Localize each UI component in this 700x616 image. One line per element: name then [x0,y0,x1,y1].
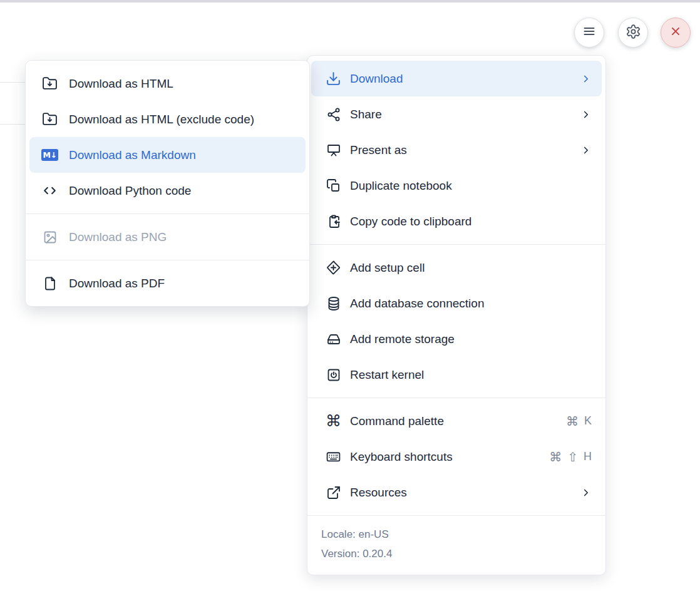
external-link-icon [325,484,342,501]
menu-item-download-as-html[interactable]: Download as HTML [29,66,306,101]
menu-divider [307,515,605,516]
image-icon [41,228,58,245]
menu-item-label: Command palette [350,414,444,428]
menu-item-label: Duplicate notebook [350,179,452,193]
menu-item-label: Download [350,72,403,86]
shortcut-hint: ⌘ K [566,414,592,429]
hamburger-menu-button[interactable] [574,18,604,48]
menu-item-add-setup-cell[interactable]: Add setup cell [311,250,602,285]
menu-item-label: Keyboard shortcuts [350,450,453,464]
settings-button[interactable] [618,18,648,48]
version-text: Version: 0.20.4 [321,548,592,560]
menu-item-download-python-code[interactable]: Download Python code [29,173,306,208]
menu-item-download[interactable]: Download [311,61,602,96]
background-cell-border [0,82,26,83]
hard-drive-icon [325,331,342,347]
menu-item-download-as-html-exclude-code[interactable]: Download as HTML (exclude code) [29,101,306,137]
folder-download-icon [41,111,58,128]
menu-item-add-remote-storage[interactable]: Add remote storage [311,321,602,357]
database-icon [325,295,342,312]
folder-download-icon [41,75,58,92]
keyboard-icon [325,448,342,465]
background-cell-border [0,124,26,125]
shortcut-hint: ⌘ ⇧ H [549,449,592,465]
command-icon: ⌘ [325,413,342,429]
menu-item-label: Add database connection [350,297,484,311]
markdown-badge-icon: M↓ [41,146,58,163]
menu-divider [26,260,309,260]
menu-item-label: Copy code to clipboard [350,215,471,228]
gear-icon [625,24,641,42]
menu-item-download-as-pdf[interactable]: Download as PDF [29,265,306,301]
copy-icon [325,177,342,194]
menu-item-command-palette[interactable]: ⌘ Command palette ⌘ K [311,403,602,439]
menu-item-label: Download as HTML [69,77,173,91]
menu-item-duplicate-notebook[interactable]: Duplicate notebook [311,168,602,203]
menu-divider [307,244,605,245]
locale-text: Locale: en-US [321,528,592,541]
menu-item-label: Resources [350,486,407,500]
menu-item-label: Download as PDF [69,277,165,290]
window-top-edge [0,0,700,3]
menu-item-label: Download as Markdown [69,148,196,162]
chevron-right-icon [580,109,592,120]
menu-item-label: Restart kernel [350,368,424,382]
menu-item-copy-code[interactable]: Copy code to clipboard [311,203,602,239]
menu-item-download-as-markdown[interactable]: M↓ Download as Markdown [29,137,306,173]
menu-item-share[interactable]: Share [311,96,602,132]
menu-item-label: Share [350,108,382,121]
chevron-right-icon [580,145,592,156]
close-icon [669,24,682,41]
menu-item-label: Present as [350,143,407,157]
notebook-actions-menu: Download Share Present as [307,55,606,575]
diamond-plus-icon [325,259,342,276]
menu-item-label: Download Python code [69,184,191,198]
menu-footer: Locale: en-US Version: 0.20.4 [307,521,605,570]
chevron-right-icon [580,487,592,498]
close-button[interactable] [661,18,691,48]
menu-item-download-as-png[interactable]: Download as PNG [29,219,306,255]
clipboard-arrow-icon [325,213,342,230]
menu-divider [26,213,309,214]
download-icon [325,70,342,87]
menu-item-resources[interactable]: Resources [311,475,602,510]
menu-divider [307,398,605,398]
file-icon [41,275,58,292]
download-submenu: Download as HTML Download as HTML (exclu… [25,60,310,307]
presentation-icon [325,141,342,158]
menu-item-restart-kernel[interactable]: Restart kernel [311,357,602,393]
menu-item-label: Download as HTML (exclude code) [69,113,254,126]
hamburger-icon [582,24,597,41]
menu-item-label: Download as PNG [69,230,167,244]
code-icon [41,182,58,199]
power-square-icon [325,366,342,383]
share-icon [325,106,342,123]
menu-item-keyboard-shortcuts[interactable]: Keyboard shortcuts ⌘ ⇧ H [311,439,602,475]
chevron-right-icon [580,73,592,85]
menu-item-add-database-connection[interactable]: Add database connection [311,285,602,321]
menu-item-label: Add setup cell [350,261,425,275]
menu-item-label: Add remote storage [350,332,455,346]
menu-item-present-as[interactable]: Present as [311,132,602,168]
